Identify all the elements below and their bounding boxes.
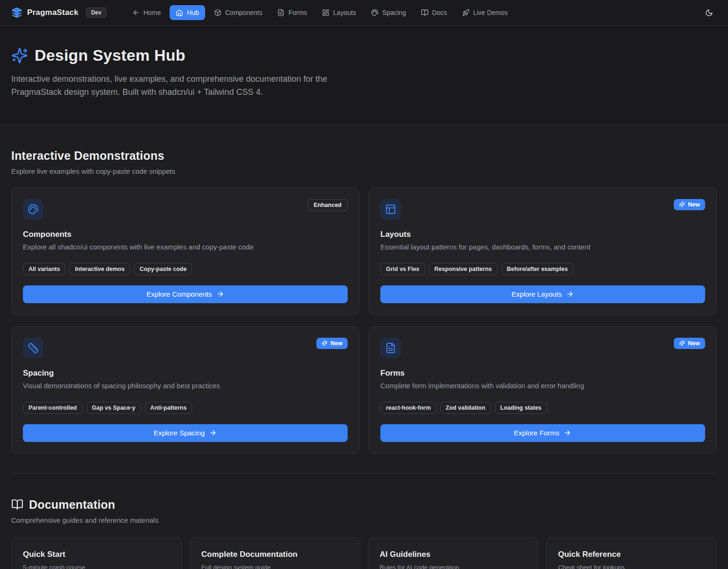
card-description: Essential layout patterns for pages, das…: [380, 243, 705, 251]
tag-row: react-hook-form Zod validation Loading s…: [380, 402, 705, 414]
doc-card-quick-reference[interactable]: Quick Reference Cheat sheet for lookups: [546, 537, 717, 569]
card-title: Quick Start: [23, 550, 170, 559]
doc-card-complete-documentation[interactable]: Complete Documentation Full design syste…: [190, 537, 360, 569]
sparkles-icon: [321, 340, 328, 346]
nav-item-forms[interactable]: Forms: [271, 5, 313, 20]
tag: Interactive demos: [69, 263, 130, 275]
tag: react-hook-form: [380, 402, 436, 414]
arrow-right-icon: [566, 290, 574, 298]
card-description: Explore all shadcn/ui components with li…: [23, 243, 348, 251]
card-description: Full design system guide: [201, 564, 349, 569]
nav-item-label: Home: [143, 9, 161, 16]
button-label: Explore Forms: [514, 429, 560, 437]
card-title: AI Guidelines: [380, 550, 527, 559]
status-badge: Enhanced: [307, 199, 348, 211]
package-icon: [214, 9, 221, 16]
arrow-right-icon: [564, 429, 571, 437]
demo-card-forms: New Forms Complete form implementations …: [369, 326, 717, 454]
doc-card-grid: Quick Start 5-minute crash course Comple…: [11, 537, 717, 569]
house-icon: [176, 9, 183, 16]
demos-section-subtitle: Explore live examples with copy-paste co…: [11, 167, 717, 175]
nav-item-home[interactable]: Home: [126, 5, 167, 20]
new-badge: New: [674, 338, 705, 349]
tag: Grid vs Flex: [380, 263, 425, 275]
demo-card-components: Enhanced Components Explore all shadcn/u…: [11, 187, 359, 315]
file-text-icon: [380, 338, 401, 358]
explore-layouts-button[interactable]: Explore Layouts: [380, 285, 705, 303]
primary-nav: Home Hub Components Forms Layouts Spacin…: [126, 5, 514, 20]
sparkles-icon: [11, 47, 28, 64]
button-label: Explore Spacing: [154, 429, 205, 437]
card-title: Complete Documentation: [201, 550, 349, 559]
card-description: Rules for AI code generation: [380, 564, 527, 569]
tag: Anti-patterns: [145, 402, 193, 414]
theme-toggle-button[interactable]: [701, 5, 717, 21]
arrow-right-icon: [216, 290, 224, 298]
arrow-right-icon: [209, 429, 217, 437]
doc-card-quick-start[interactable]: Quick Start 5-minute crash course: [11, 537, 182, 569]
demos-section-title: Interactive Demonstrations: [11, 149, 717, 163]
top-navbar: PragmaStack Dev Home Hub Components Form…: [0, 0, 728, 26]
docs-section-title: Documentation: [29, 498, 115, 512]
file-text-icon: [277, 9, 285, 16]
doc-card-ai-guidelines[interactable]: AI Guidelines Rules for AI code generati…: [368, 537, 539, 569]
layout-grid-icon: [322, 9, 329, 16]
nav-item-docs[interactable]: Docs: [415, 5, 453, 20]
brand-name: PragmaStack: [27, 8, 79, 17]
docs-section-subtitle: Comprehensive guides and reference mater…: [11, 516, 717, 524]
tag-row: All variants Interactive demos Copy-past…: [23, 263, 348, 275]
tag-row: Parent-controlled Gap vs Space-y Anti-pa…: [23, 402, 348, 414]
tag: Before/after examples: [501, 263, 574, 275]
tag: Copy-paste code: [134, 263, 193, 275]
explore-forms-button[interactable]: Explore Forms: [380, 424, 705, 442]
button-label: Explore Components: [146, 290, 212, 298]
nav-item-label: Layouts: [333, 9, 356, 16]
nav-item-label: Hub: [187, 9, 199, 16]
moon-icon: [705, 9, 713, 17]
card-title: Spacing: [23, 369, 348, 378]
nav-item-label: Components: [225, 9, 262, 16]
demo-card-layouts: New Layouts Essential layout patterns fo…: [369, 187, 717, 315]
nav-item-label: Spacing: [382, 9, 406, 16]
page-subtitle: Interactive demonstrations, live example…: [11, 73, 359, 99]
rocket-icon: [462, 9, 470, 16]
main-content: Interactive Demonstrations Explore live …: [0, 149, 728, 569]
nav-item-components[interactable]: Components: [208, 5, 268, 20]
card-description: 5-minute crash course: [23, 564, 170, 569]
card-description: Visual demonstrations of spacing philoso…: [23, 382, 348, 390]
tag: All variants: [23, 263, 65, 275]
brand[interactable]: PragmaStack Dev: [11, 7, 107, 18]
tag: Loading states: [495, 402, 547, 414]
book-open-icon: [11, 498, 23, 511]
badge-label: New: [688, 340, 700, 347]
nav-item-label: Forms: [288, 9, 307, 16]
card-title: Quick Reference: [558, 550, 705, 559]
tag: Parent-controlled: [23, 402, 83, 414]
book-open-icon: [421, 9, 428, 16]
button-label: Explore Layouts: [512, 290, 562, 298]
nav-item-spacing[interactable]: Spacing: [365, 5, 412, 20]
nav-item-live-demos[interactable]: Live Demos: [456, 5, 514, 20]
badge-label: New: [688, 201, 700, 208]
explore-components-button[interactable]: Explore Components: [23, 285, 348, 303]
new-badge: New: [674, 199, 705, 210]
tag: Zod validation: [440, 402, 491, 414]
card-description: Complete form implementations with valid…: [380, 382, 705, 390]
card-title: Layouts: [380, 230, 705, 239]
nav-item-layouts[interactable]: Layouts: [316, 5, 362, 20]
palette-icon: [371, 9, 378, 16]
card-title: Forms: [380, 369, 705, 378]
sparkles-icon: [679, 340, 685, 346]
explore-spacing-button[interactable]: Explore Spacing: [23, 424, 348, 442]
nav-item-label: Docs: [432, 9, 447, 16]
layers-icon: [11, 7, 22, 18]
new-badge: New: [316, 338, 348, 349]
palette-icon: [23, 199, 43, 220]
tag: Responsive patterns: [429, 263, 498, 275]
nav-item-hub[interactable]: Hub: [170, 5, 205, 20]
section-divider: [11, 473, 717, 474]
ruler-icon: [23, 338, 43, 358]
card-description: Cheat sheet for lookups: [558, 564, 705, 569]
card-title: Components: [23, 230, 348, 239]
hero-section: Design System Hub Interactive demonstrat…: [0, 26, 728, 125]
